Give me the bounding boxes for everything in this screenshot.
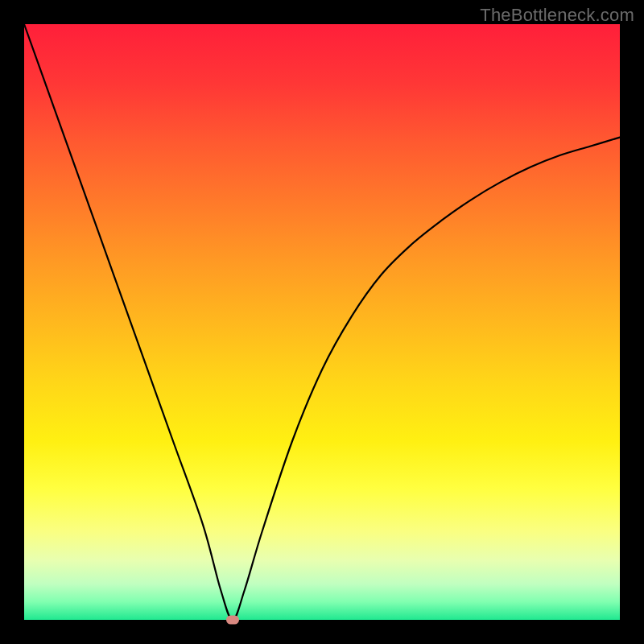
plot-background [24,24,620,620]
chart-container: TheBottleneck.com [0,0,644,644]
minimum-marker [226,616,239,625]
watermark-text: TheBottleneck.com [480,5,634,26]
chart-svg [0,0,644,644]
